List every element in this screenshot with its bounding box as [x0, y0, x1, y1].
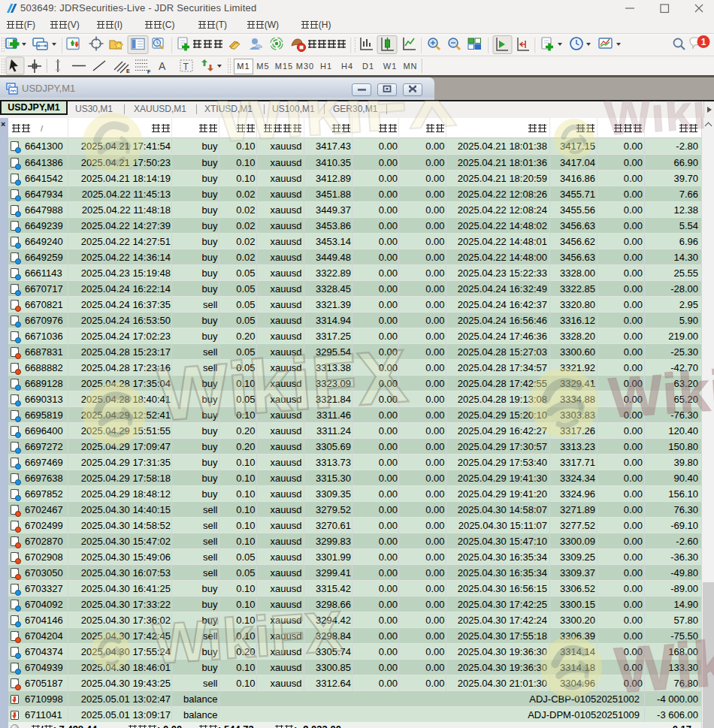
svg-text:1: 1 — [701, 37, 706, 47]
svg-text:T: T — [183, 62, 189, 72]
svg-text:M1: M1 — [237, 62, 250, 71]
svg-text:MN: MN — [403, 62, 417, 71]
svg-text:M5: M5 — [256, 62, 269, 71]
svg-text:M15: M15 — [275, 62, 293, 71]
svg-text:H1: H1 — [320, 62, 332, 71]
svg-text:W1: W1 — [383, 62, 398, 71]
svg-text:E: E — [126, 68, 130, 74]
svg-text:A: A — [159, 60, 166, 72]
svg-text:F: F — [147, 69, 151, 74]
svg-text:M30: M30 — [296, 62, 314, 71]
svg-text:H4: H4 — [341, 62, 353, 71]
svg-text:D1: D1 — [362, 62, 374, 71]
